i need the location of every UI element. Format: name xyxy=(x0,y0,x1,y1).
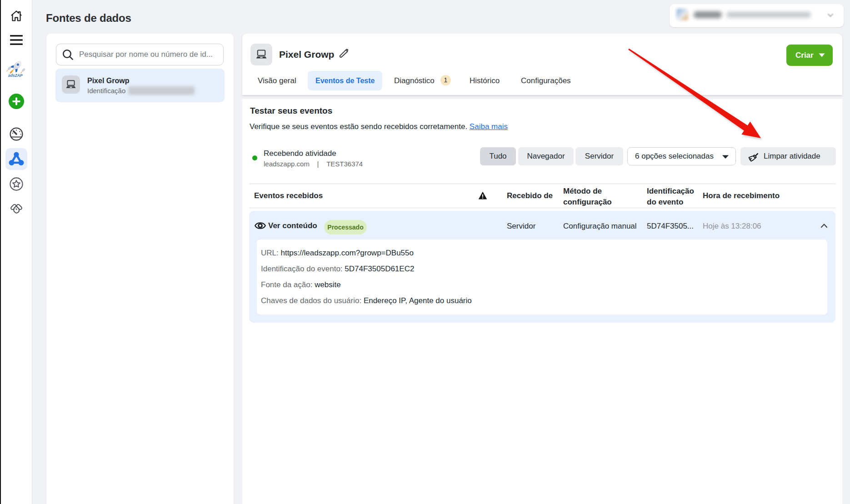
svg-text:adsZAP: adsZAP xyxy=(8,73,23,78)
